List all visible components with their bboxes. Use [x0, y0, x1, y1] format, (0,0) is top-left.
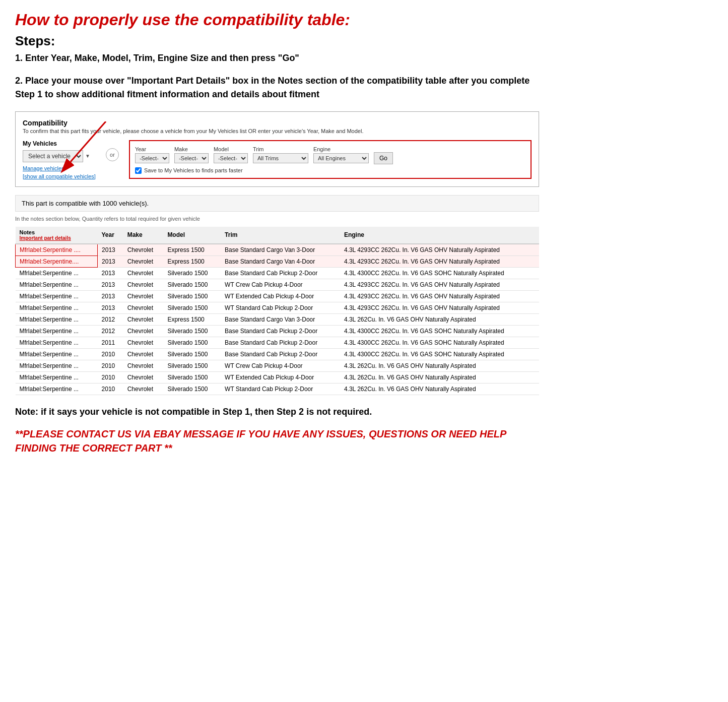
- table-header-row: Notes Important part details Year Make M…: [16, 227, 540, 244]
- select-vehicle-wrapper: Select a vehicle ▼: [23, 150, 96, 162]
- table-cell: 2013: [98, 256, 123, 267]
- or-circle: or: [106, 148, 119, 161]
- engine-label: Engine: [313, 146, 369, 152]
- table-row: Mfrlabel:Serpentine ...2013ChevroletSilv…: [16, 290, 540, 302]
- table-cell: 2011: [98, 337, 123, 348]
- table-cell: 2013: [98, 302, 123, 313]
- table-cell: WT Standard Cab Pickup 2-Door: [221, 302, 340, 313]
- trim-select[interactable]: All Trims: [253, 153, 308, 163]
- table-cell: Base Standard Cargo Van 3-Door: [221, 244, 340, 256]
- save-checkbox[interactable]: [135, 167, 142, 174]
- contact-text: **PLEASE CONTACT US VIA EBAY MESSAGE IF …: [15, 427, 539, 455]
- table-cell: Mfrlabel:Serpentine ...: [16, 383, 98, 395]
- make-field: Make -Select-: [174, 146, 209, 163]
- table-cell: 4.3L 4300CC 262Cu. In. V6 GAS SOHC Natur…: [340, 348, 539, 360]
- col-notes: Notes Important part details: [16, 227, 98, 244]
- table-cell: Silverado 1500: [163, 348, 221, 360]
- manage-vehicles-link[interactable]: Manage vehicles: [23, 165, 96, 171]
- table-cell: Mfrlabel:Serpentine ...: [16, 302, 98, 313]
- my-vehicles-section: My Vehicles Select a vehicle ▼ Manage ve…: [23, 140, 96, 179]
- compatibility-box: Compatibility To confirm that this part …: [15, 111, 539, 187]
- table-cell: Mfrlabel:Serpentine ...: [16, 360, 98, 371]
- engine-select[interactable]: All Engines: [313, 153, 369, 163]
- table-cell: 4.3L 262Cu. In. V6 GAS OHV Naturally Asp…: [340, 313, 539, 325]
- table-cell: Base Standard Cab Pickup 2-Door: [221, 325, 340, 337]
- year-label: Year: [135, 146, 169, 152]
- table-cell: Silverado 1500: [163, 267, 221, 279]
- table-row: Mfrlabel:Serpentine ...2013ChevroletSilv…: [16, 302, 540, 313]
- table-cell: 4.3L 4293CC 262Cu. In. V6 GAS OHV Natura…: [340, 290, 539, 302]
- model-field: Model -Select-: [214, 146, 248, 163]
- table-cell: 4.3L 4293CC 262Cu. In. V6 GAS OHV Natura…: [340, 244, 539, 256]
- table-cell: 4.3L 262Cu. In. V6 GAS OHV Naturally Asp…: [340, 371, 539, 383]
- col-model: Model: [163, 227, 221, 244]
- table-cell: WT Extended Cab Pickup 4-Door: [221, 290, 340, 302]
- col-make: Make: [123, 227, 164, 244]
- table-cell: Base Standard Cab Pickup 2-Door: [221, 267, 340, 279]
- trim-field: Trim All Trims: [253, 146, 308, 163]
- table-row: Mfrlabel:Serpentine ...2011ChevroletSilv…: [16, 337, 540, 348]
- table-row: Mfrlabel:Serpentine ...2010ChevroletSilv…: [16, 383, 540, 395]
- make-label: Make: [174, 146, 209, 152]
- table-cell: Mfrlabel:Serpentine ...: [16, 348, 98, 360]
- go-button[interactable]: Go: [374, 152, 393, 164]
- table-cell: Express 1500: [163, 256, 221, 267]
- table-body: Mfrlabel:Serpentine ....2013ChevroletExp…: [16, 244, 540, 395]
- table-cell: Mfrlabel:Serpentine ...: [16, 337, 98, 348]
- table-cell: Chevrolet: [123, 337, 164, 348]
- table-cell: Express 1500: [163, 313, 221, 325]
- table-cell: 2013: [98, 290, 123, 302]
- table-cell: Base Standard Cab Pickup 2-Door: [221, 348, 340, 360]
- table-row: Mfrlabel:Serpentine ...2013ChevroletSilv…: [16, 279, 540, 290]
- table-cell: Mfrlabel:Serpentine ...: [16, 325, 98, 337]
- table-cell: 4.3L 262Cu. In. V6 GAS OHV Naturally Asp…: [340, 360, 539, 371]
- table-cell: Chevrolet: [123, 383, 164, 395]
- table-cell: Mfrlabel:Serpentine ...: [16, 290, 98, 302]
- table-cell: WT Standard Cab Pickup 2-Door: [221, 383, 340, 395]
- make-select[interactable]: -Select-: [174, 153, 209, 163]
- table-cell: 2010: [98, 360, 123, 371]
- table-cell: Silverado 1500: [163, 302, 221, 313]
- table-cell: 4.3L 4300CC 262Cu. In. V6 GAS SOHC Natur…: [340, 325, 539, 337]
- dropdown-arrow-icon: ▼: [85, 153, 90, 159]
- important-part-details-link[interactable]: Important part details: [20, 235, 94, 241]
- table-cell: Chevrolet: [123, 313, 164, 325]
- compatibility-table: Notes Important part details Year Make M…: [15, 227, 539, 395]
- table-cell: Chevrolet: [123, 244, 164, 256]
- table-row: Mfrlabel:Serpentine ...2010ChevroletSilv…: [16, 360, 540, 371]
- table-cell: Silverado 1500: [163, 290, 221, 302]
- table-cell: Silverado 1500: [163, 325, 221, 337]
- model-select[interactable]: -Select-: [214, 153, 248, 163]
- table-row: Mfrlabel:Serpentine....2013ChevroletExpr…: [16, 256, 540, 267]
- table-cell: Chevrolet: [123, 371, 164, 383]
- in-notes-text: In the notes section below, Quantity ref…: [15, 216, 539, 222]
- year-select[interactable]: -Select-: [135, 153, 169, 163]
- table-cell: WT Crew Cab Pickup 4-Door: [221, 279, 340, 290]
- table-cell: 4.3L 4293CC 262Cu. In. V6 GAS OHV Natura…: [340, 302, 539, 313]
- table-row: Mfrlabel:Serpentine ...2010ChevroletSilv…: [16, 371, 540, 383]
- table-cell: Chevrolet: [123, 279, 164, 290]
- table-cell: 2013: [98, 279, 123, 290]
- table-cell: 2013: [98, 244, 123, 256]
- step1-text: 1. Enter Year, Make, Model, Trim, Engine…: [15, 52, 539, 65]
- main-title: How to properly use the compatibility ta…: [15, 10, 539, 29]
- table-row: Mfrlabel:Serpentine ....2013ChevroletExp…: [16, 244, 540, 256]
- col-year: Year: [98, 227, 123, 244]
- table-cell: Mfrlabel:Serpentine ...: [16, 267, 98, 279]
- table-cell: 2012: [98, 313, 123, 325]
- table-row: Mfrlabel:Serpentine ...2012ChevroletExpr…: [16, 313, 540, 325]
- col-engine: Engine: [340, 227, 539, 244]
- table-cell: Chevrolet: [123, 302, 164, 313]
- show-all-link[interactable]: [show all compatible vehicles]: [23, 173, 96, 179]
- compat-title: Compatibility: [23, 119, 532, 127]
- table-cell: Silverado 1500: [163, 383, 221, 395]
- table-cell: Silverado 1500: [163, 360, 221, 371]
- trim-label: Trim: [253, 146, 308, 152]
- select-vehicle-dropdown[interactable]: Select a vehicle: [23, 150, 83, 162]
- table-cell: Chevrolet: [123, 360, 164, 371]
- table-cell: WT Extended Cab Pickup 4-Door: [221, 371, 340, 383]
- table-row: Mfrlabel:Serpentine ...2013ChevroletSilv…: [16, 267, 540, 279]
- year-make-engine-section: Year -Select- Make -Select- Model: [129, 140, 532, 179]
- table-cell: 4.3L 262Cu. In. V6 GAS OHV Naturally Asp…: [340, 383, 539, 395]
- table-cell: 4.3L 4300CC 262Cu. In. V6 GAS SOHC Natur…: [340, 337, 539, 348]
